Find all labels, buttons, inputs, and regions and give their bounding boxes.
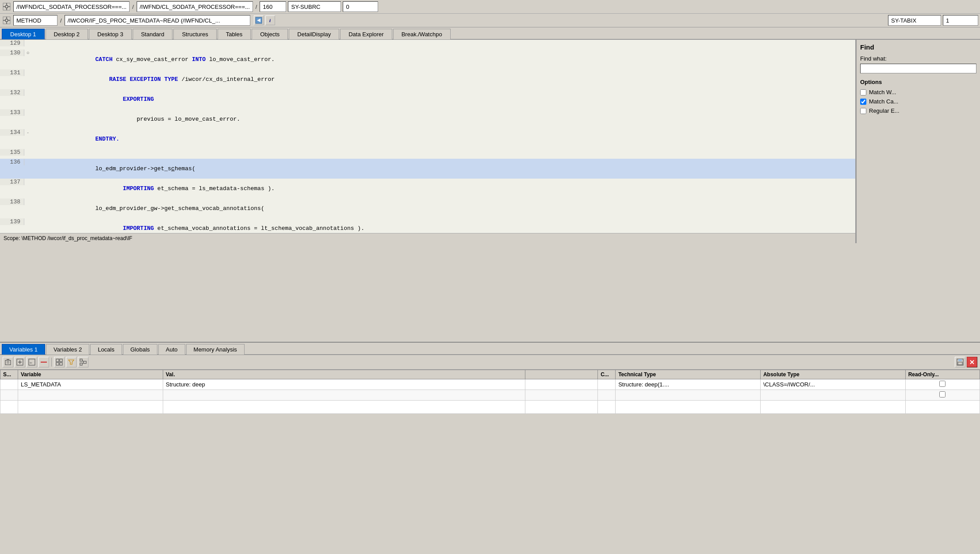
svg-rect-30 (80, 363, 82, 365)
regular-expr-label: Regular E... (869, 107, 900, 114)
find-input[interactable] (860, 64, 976, 73)
tab-variables1[interactable]: Variables 1 (2, 344, 45, 355)
svg-rect-36 (958, 362, 962, 365)
nav-icon[interactable] (254, 15, 264, 25)
code-editor[interactable]: 129 130 ○ CATCH cx_sy_move_cast_error IN… (0, 40, 855, 233)
line-code-137: IMPORTING et_schema = ls_metadata-schema… (31, 179, 855, 199)
layout-button[interactable] (54, 357, 65, 367)
path1-text: /IWFND/CL_SODATA_PROCESSOR===... (16, 4, 126, 10)
cell-readonly-2[interactable] (905, 390, 980, 401)
sep2: / (255, 4, 258, 10)
linenum-box[interactable]: 160 (260, 1, 286, 12)
toolbar-row1: /IWFND/CL_SODATA_PROCESSOR===... / /IWFN… (0, 0, 980, 14)
col-s: S... (0, 370, 18, 379)
tab-tables[interactable]: Tables (218, 29, 251, 39)
col-readonly: Read-Only... (905, 370, 980, 379)
close-red-button[interactable] (967, 357, 977, 367)
sysvar2-box: SY-TABIX (888, 15, 941, 26)
cell-tech-type-2 (616, 390, 761, 401)
svg-rect-26 (56, 363, 59, 365)
cell-tech-type-3 (616, 401, 761, 414)
cell-variable-1: LS_METADATA (18, 379, 163, 390)
match-whole-word-checkbox[interactable] (860, 89, 866, 96)
sysval2-box[interactable]: 1 (943, 15, 978, 26)
line-num-133: 133 (0, 109, 24, 116)
match-whole-word-label: Match W... (869, 89, 896, 96)
remove-button[interactable] (38, 357, 49, 367)
sysval1-box[interactable]: 0 (343, 1, 378, 12)
tab-objects[interactable]: Objects (252, 29, 288, 39)
tree-button[interactable] (78, 357, 88, 367)
regular-expr-checkbox[interactable] (860, 108, 866, 114)
code-panel: 129 130 ○ CATCH cx_sy_move_cast_error IN… (0, 40, 856, 243)
line-num-130: 130 (0, 50, 24, 56)
readonly-checkbox-2[interactable] (939, 391, 946, 397)
delete-row-button[interactable] (3, 357, 13, 367)
col-variable: Variable (18, 370, 163, 379)
col-c: C... (598, 370, 616, 379)
tab-variables2[interactable]: Variables 2 (46, 344, 89, 355)
line-num-132: 132 (0, 89, 24, 96)
code-line-131: 131 RAISE EXCEPTION TYPE /iwcor/cx_ds_in… (0, 69, 855, 89)
tab-structures[interactable]: Structures (173, 29, 216, 39)
table-row-empty[interactable] (0, 390, 980, 401)
path1-box[interactable]: /IWFND/CL_SODATA_PROCESSOR===... (13, 1, 130, 12)
cell-extra-3 (525, 401, 598, 414)
tab-standard[interactable]: Standard (133, 29, 173, 39)
find-option-regexp: Regular E... (860, 107, 976, 114)
row2-sep: / (59, 17, 63, 24)
edit-button[interactable]: ✏ (27, 357, 37, 367)
settings-icon2[interactable] (2, 15, 11, 25)
bottom-section: Variables 1 Variables 2 Locals Globals A… (0, 342, 980, 554)
svg-rect-35 (958, 359, 962, 361)
bottom-tab-bar: Variables 1 Variables 2 Locals Globals A… (0, 343, 980, 355)
table-row-empty2[interactable] (0, 401, 980, 414)
settings-icon[interactable] (2, 2, 11, 11)
tab-desktop1[interactable]: Desktop 1 (2, 29, 45, 39)
svg-rect-14 (5, 360, 11, 365)
tab-desktop2[interactable]: Desktop 2 (46, 29, 88, 39)
line-code-139: IMPORTING et_schema_vocab_annotations = … (31, 218, 855, 233)
line-num-134: 134 (0, 129, 24, 136)
cell-extra-1 (525, 379, 598, 390)
sysvar1-box: SY-SUBRC (288, 1, 341, 12)
cell-readonly-1[interactable] (905, 379, 980, 390)
tab-locals[interactable]: Locals (90, 344, 122, 355)
main-tab-bar: Desktop 1 Desktop 2 Desktop 3 Standard S… (0, 27, 980, 40)
path2-box[interactable]: /IWFND/CL_SODATA_PROCESSOR===... (137, 1, 253, 12)
tab-detaildisplay[interactable]: DetailDisplay (289, 29, 339, 39)
tab-breakwatchpo[interactable]: Break./Watchpo (393, 29, 451, 39)
path2-text: /IWFND/CL_SODATA_PROCESSOR===... (140, 4, 250, 10)
cell-val-1: Structure: deep (163, 379, 525, 390)
line-code-133: previous = lo_move_cast_error. (31, 109, 855, 129)
line-code-136: lo_edm_provider->get_schemas( (31, 159, 855, 179)
line-marker-134: - (24, 130, 31, 135)
line-code-130: CATCH cx_sy_move_cast_error INTO lo_move… (31, 50, 855, 69)
code-line-135: 135 (0, 149, 855, 159)
readonly-checkbox-1[interactable] (939, 381, 946, 387)
tab-desktop3[interactable]: Desktop 3 (89, 29, 132, 39)
code-line-132: 132 EXPORTING (0, 89, 855, 109)
sysval2-text: 1 (946, 17, 949, 24)
match-case-checkbox[interactable] (860, 99, 866, 105)
tab-auto[interactable]: Auto (158, 344, 185, 355)
add-watchpoint-button[interactable] (15, 357, 25, 367)
table-row-ls-metadata[interactable]: LS_METADATA Structure: deep Structure: d… (0, 379, 980, 390)
cell-val-3 (163, 401, 525, 414)
match-case-label: Match Ca... (869, 98, 898, 105)
line-num-131: 131 (0, 69, 24, 76)
save-button[interactable] (955, 357, 965, 367)
col-val: Val. (163, 370, 525, 379)
cell-c-1 (598, 379, 616, 390)
tab-globals[interactable]: Globals (123, 344, 157, 355)
info-icon[interactable]: i (265, 15, 275, 25)
method-path-box[interactable]: /IWCOR/IF_DS_PROC_METADATA~READ (/IWFND/… (65, 15, 250, 26)
find-options-title: Options (860, 79, 976, 85)
scope-text: Scope: \METHOD /iwcor/if_ds_proc_metadat… (4, 235, 132, 241)
cell-abs-type-1: \CLASS=/IWCOR/... (760, 379, 905, 390)
tab-dataexplorer[interactable]: Data Explorer (340, 29, 392, 39)
cell-s-1 (0, 379, 18, 390)
tab-memory-analysis[interactable]: Memory Analysis (186, 344, 245, 355)
vars-table-container[interactable]: S... Variable Val. C... Technical Type A… (0, 370, 980, 554)
filter-button[interactable] (66, 357, 77, 367)
